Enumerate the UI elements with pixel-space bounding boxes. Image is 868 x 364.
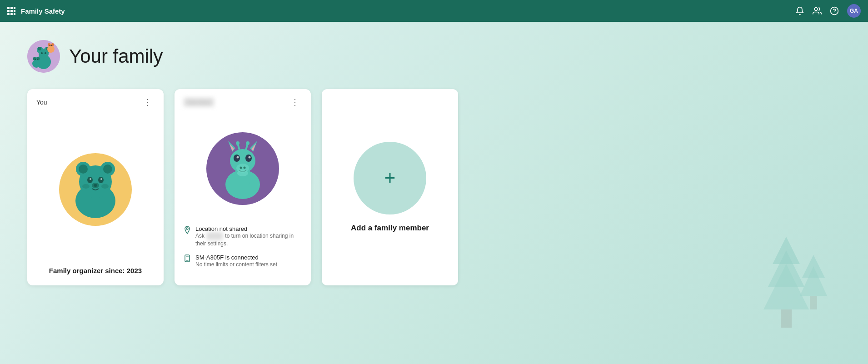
page-header: Your family	[27, 40, 841, 73]
device-info: SM-A305F is connected No time limits or …	[184, 254, 302, 269]
svg-point-70	[237, 170, 248, 176]
svg-point-33	[51, 45, 52, 46]
svg-rect-6	[7, 13, 10, 15]
svg-point-75	[186, 228, 188, 229]
blurred-member-name: them	[207, 232, 223, 240]
topbar-actions: GA	[795, 4, 861, 18]
svg-point-38	[35, 59, 36, 60]
page-title: Your family	[69, 45, 163, 67]
svg-rect-7	[10, 13, 13, 15]
member-card-you: You ⋮	[27, 89, 164, 285]
svg-point-65	[245, 155, 252, 162]
svg-point-26	[41, 52, 43, 54]
card-header-you: You ⋮	[27, 89, 164, 112]
svg-rect-0	[7, 7, 10, 9]
svg-point-64	[234, 155, 240, 162]
svg-rect-3	[7, 10, 10, 12]
svg-rect-18	[810, 296, 817, 309]
card-footer-member2: Location not shared Ask them to turn on …	[175, 218, 311, 285]
svg-point-54	[101, 184, 109, 189]
bear-avatar-area	[27, 112, 164, 259]
member-name-member2: Member	[184, 98, 214, 107]
svg-point-67	[249, 156, 251, 159]
svg-point-44	[79, 165, 88, 174]
svg-point-24	[38, 47, 41, 50]
llama-svg	[200, 121, 286, 207]
add-plus-icon: +	[384, 169, 396, 188]
card-menu-button-member2[interactable]: ⋮	[288, 96, 302, 108]
svg-point-46	[103, 165, 112, 174]
svg-point-50	[100, 178, 102, 180]
svg-rect-4	[10, 10, 13, 12]
svg-point-49	[90, 178, 91, 180]
cards-container: You ⋮	[27, 89, 841, 285]
add-circle: +	[354, 142, 426, 214]
svg-point-32	[50, 45, 50, 46]
location-text: Location not shared Ask them to turn on …	[195, 225, 302, 248]
grid-menu-icon[interactable]	[7, 7, 15, 15]
svg-rect-15	[781, 309, 792, 328]
device-text: SM-A305F is connected No time limits or …	[195, 254, 277, 269]
svg-point-53	[82, 184, 90, 189]
main-content: Your family You ⋮	[0, 22, 868, 364]
help-icon[interactable]	[830, 6, 839, 15]
svg-rect-2	[14, 7, 15, 9]
card-footer-you: Family organizer since: 2023	[27, 259, 164, 285]
svg-rect-5	[14, 10, 15, 12]
user-avatar[interactable]: GA	[847, 4, 861, 18]
member-name-you: You	[36, 99, 47, 106]
organizer-label: Family organizer since: 2023	[36, 267, 155, 274]
device-icon	[184, 254, 191, 264]
llama-avatar-area	[175, 112, 311, 218]
svg-point-52	[94, 184, 97, 187]
location-icon	[184, 226, 191, 236]
card-menu-button-you[interactable]: ⋮	[141, 96, 155, 108]
svg-rect-1	[10, 7, 13, 9]
svg-rect-8	[14, 13, 15, 15]
add-member-label: Add a family member	[351, 224, 429, 233]
family-logo	[27, 40, 60, 73]
card-header-member2: Member ⋮	[175, 89, 311, 112]
notifications-icon[interactable]	[795, 6, 804, 15]
svg-point-9	[814, 8, 818, 11]
bear-svg	[52, 142, 139, 228]
svg-point-74	[246, 141, 249, 145]
svg-point-68	[240, 167, 242, 169]
topbar: Family Safety GA	[0, 0, 868, 22]
add-member-card[interactable]: + Add a family member	[322, 89, 458, 285]
member-card-member2: Member ⋮	[175, 89, 311, 285]
svg-point-47	[87, 177, 93, 183]
svg-point-73	[236, 141, 239, 145]
svg-point-48	[98, 177, 104, 183]
svg-point-39	[37, 59, 38, 60]
location-info: Location not shared Ask them to turn on …	[184, 225, 302, 248]
svg-point-66	[237, 156, 239, 159]
people-icon[interactable]	[813, 6, 822, 15]
svg-point-27	[45, 52, 46, 54]
svg-point-69	[244, 167, 246, 169]
app-title: Family Safety	[21, 7, 790, 15]
